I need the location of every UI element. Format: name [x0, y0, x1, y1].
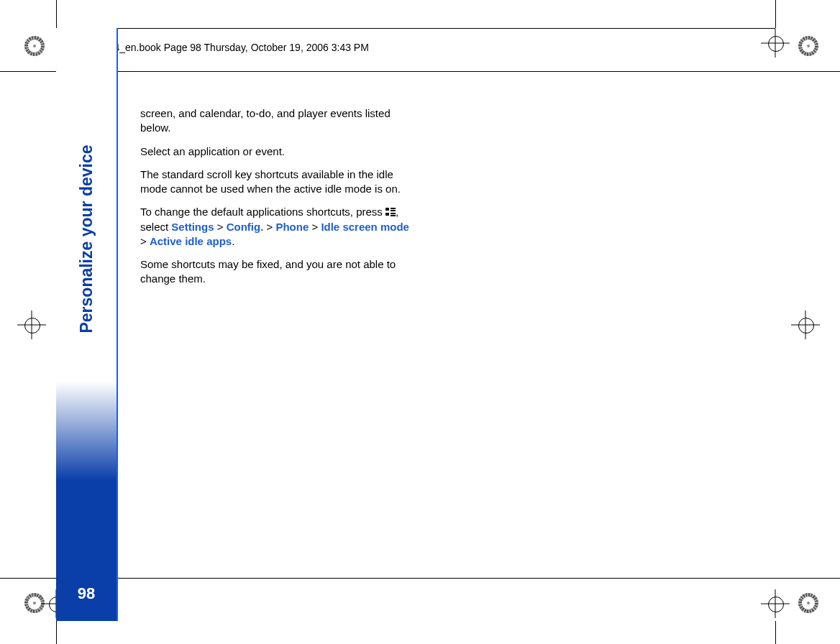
crop-mark: [56, 621, 57, 644]
running-header: R1114_en.book Page 98 Thursday, October …: [90, 42, 369, 53]
colorwheel-icon: [24, 36, 45, 56]
registration-mark: [791, 310, 820, 339]
svg-rect-5: [391, 215, 396, 216]
body-text-column: screen, and calendar, to-do, and player …: [140, 106, 410, 295]
svg-rect-2: [391, 210, 396, 211]
menu-key-icon: [385, 208, 396, 216]
svg-rect-3: [385, 213, 389, 216]
sidebar-divider: [117, 28, 118, 621]
menu-path-item: Phone: [275, 221, 309, 233]
menu-path-item: Settings: [171, 221, 214, 233]
gt-separator: >: [266, 221, 273, 233]
gt-separator: >: [217, 221, 224, 233]
registration-mark: [761, 29, 790, 58]
paragraph: The standard scroll key shortcuts availa…: [140, 167, 410, 197]
trim-line: [0, 578, 840, 579]
menu-path-item: Idle screen mode: [321, 221, 409, 233]
paragraph: Select an application or event.: [140, 144, 410, 159]
page-number: 98: [56, 584, 117, 603]
crop-mark: [775, 0, 776, 28]
gt-separator: >: [311, 221, 318, 233]
svg-rect-4: [391, 213, 396, 214]
crop-mark: [56, 0, 57, 28]
svg-rect-0: [385, 208, 389, 211]
text-run: .: [232, 235, 234, 247]
menu-path-item: Config.: [227, 221, 264, 233]
header-underline: [56, 28, 775, 29]
colorwheel-icon: [798, 593, 818, 613]
svg-rect-1: [391, 208, 396, 209]
text-run: To change the default applications short…: [140, 206, 385, 218]
menu-path-item: Active idle apps: [150, 235, 232, 247]
registration-mark: [17, 310, 46, 339]
colorwheel-icon: [798, 36, 818, 56]
trim-line: [0, 71, 840, 72]
crop-mark: [775, 621, 776, 644]
paragraph: To change the default applications short…: [140, 205, 410, 249]
paragraph: screen, and calendar, to-do, and player …: [140, 106, 410, 136]
paragraph: Some shortcuts may be fixed, and you are…: [140, 257, 410, 287]
section-sidebar: Personalize your device 98: [56, 28, 117, 621]
section-title: Personalize your device: [77, 144, 96, 333]
registration-mark: [761, 589, 790, 618]
gt-separator: >: [140, 235, 147, 247]
